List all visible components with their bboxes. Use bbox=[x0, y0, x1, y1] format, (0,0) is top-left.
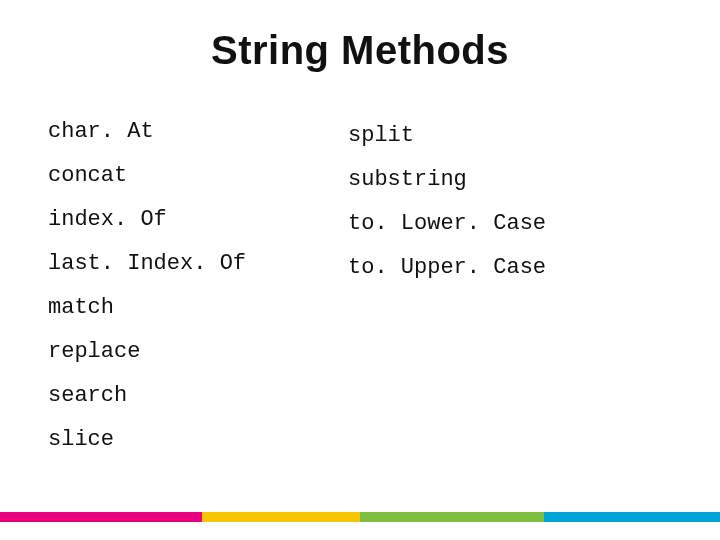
stripe-segment-yellow bbox=[202, 512, 360, 522]
list-item: to. Lower. Case bbox=[348, 202, 648, 246]
slide: String Methods char. At concat index. Of… bbox=[0, 0, 720, 540]
content-columns: char. At concat index. Of last. Index. O… bbox=[48, 110, 672, 462]
right-column: split substring to. Lower. Case to. Uppe… bbox=[348, 110, 648, 462]
list-item: index. Of bbox=[48, 198, 348, 242]
list-item: concat bbox=[48, 154, 348, 198]
list-item: split bbox=[348, 114, 648, 158]
stripe-segment-green bbox=[360, 512, 544, 522]
footer-color-stripe bbox=[0, 512, 720, 522]
list-item: slice bbox=[48, 418, 348, 462]
stripe-segment-pink bbox=[0, 512, 202, 522]
stripe-segment-blue bbox=[544, 512, 720, 522]
list-item: substring bbox=[348, 158, 648, 202]
list-item: replace bbox=[48, 330, 348, 374]
list-item: char. At bbox=[48, 110, 348, 154]
left-column: char. At concat index. Of last. Index. O… bbox=[48, 110, 348, 462]
list-item: to. Upper. Case bbox=[348, 246, 648, 290]
page-title: String Methods bbox=[0, 28, 720, 73]
list-item: match bbox=[48, 286, 348, 330]
list-item: last. Index. Of bbox=[48, 242, 348, 286]
list-item: search bbox=[48, 374, 348, 418]
